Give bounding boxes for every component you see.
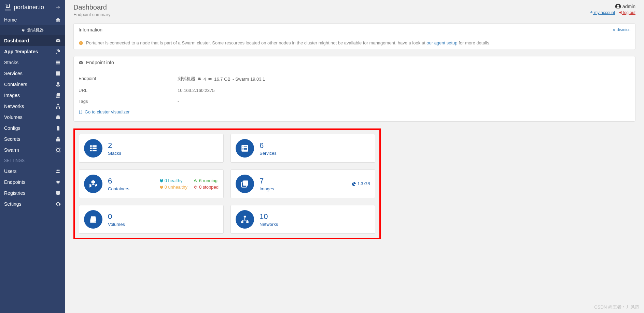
nav-dashboard[interactable]: Dashboard [0, 35, 65, 46]
memory-icon [208, 77, 212, 81]
svg-rect-8 [81, 44, 81, 44]
svg-rect-13 [79, 113, 80, 113]
brand-logo[interactable]: portainer.io [4, 3, 44, 11]
cogs-icon [55, 201, 61, 207]
plug-icon [55, 179, 61, 185]
tachometer-icon [55, 38, 61, 43]
nav-users[interactable]: Users [0, 166, 65, 177]
heartbeat-icon [159, 185, 163, 189]
tile-services[interactable]: 6 Services [230, 134, 375, 163]
page-header: Dashboard Endpoint summary [73, 3, 110, 17]
tile-networks-count: 10 [260, 212, 278, 221]
nav-settings[interactable]: Settings [0, 199, 65, 209]
tile-containers-label: Containers [108, 186, 129, 191]
svg-rect-27 [246, 221, 249, 223]
ep-key-endpoint: Endpoint [79, 76, 178, 82]
endpoint-info-panel: Endpoint info Endpoint 测试机器 4 16.7 GB - … [73, 56, 635, 122]
svg-rect-20 [243, 149, 243, 150]
tile-services-label: Services [260, 151, 277, 156]
tile-images[interactable]: 7 Images 1.3 GB [230, 169, 375, 198]
svg-rect-25 [244, 216, 246, 217]
nav-services[interactable]: Services [0, 68, 65, 79]
dismiss-button[interactable]: dismiss [612, 27, 630, 32]
svg-point-24 [95, 221, 95, 222]
tile-stacks-label: Stacks [108, 151, 121, 156]
nav-endpoints[interactable]: Endpoints [0, 177, 65, 188]
main-content: Dashboard Endpoint summary admin my acco… [65, 0, 644, 313]
home-icon [55, 17, 61, 23]
svg-rect-10 [209, 78, 212, 80]
svg-rect-2 [59, 108, 60, 109]
svg-rect-21 [244, 149, 247, 150]
container-status: 0 healthy 6 running 0 unhealthy 0 stoppe… [159, 178, 219, 190]
ep-val-tags: - [178, 99, 630, 104]
collapse-icon[interactable] [55, 4, 61, 10]
plug-icon [21, 28, 25, 32]
tile-networks[interactable]: 10 Networks [230, 205, 375, 234]
tile-images-count: 7 [260, 177, 274, 186]
tile-volumes[interactable]: 0 Volumes [79, 205, 224, 234]
nav-configs[interactable]: Configs [0, 123, 65, 134]
tile-containers-count: 6 [108, 177, 129, 186]
nav-swarm[interactable]: Swarm [0, 145, 65, 155]
svg-rect-17 [244, 147, 247, 147]
list-alt-icon [55, 71, 61, 76]
object-group-icon [55, 147, 61, 153]
svg-rect-18 [243, 148, 243, 149]
user-name: admin [622, 4, 635, 9]
tile-volumes-count: 0 [108, 212, 125, 221]
database-icon [55, 190, 61, 196]
page-title: Dashboard [73, 3, 110, 11]
hdd-icon [89, 215, 98, 224]
microchip-icon [197, 77, 201, 81]
information-panel: Information dismiss Portainer is connect… [73, 23, 635, 50]
nav-registries[interactable]: Registries [0, 188, 65, 199]
list-icon [55, 60, 61, 65]
sitemap-icon [55, 104, 61, 109]
svg-rect-26 [241, 221, 243, 223]
my-account-link[interactable]: my account [589, 10, 615, 15]
cubes-icon [55, 82, 61, 87]
sidebar: portainer.io Home 测试机器 Dashboard App Tem… [0, 0, 65, 313]
tachometer-icon [79, 60, 83, 65]
list-alt-icon [240, 144, 249, 153]
logout-link[interactable]: log out [618, 10, 635, 15]
nav-containers[interactable]: Containers [0, 79, 65, 90]
lock-icon [55, 136, 61, 142]
cluster-visualizer-link[interactable]: Go to cluster visualizer [79, 109, 630, 114]
nav-app-templates[interactable]: App Templates [0, 46, 65, 57]
nav-endpoint[interactable]: 测试机器 [0, 25, 65, 35]
clone-icon [240, 179, 249, 188]
rocket-icon [55, 49, 61, 54]
nav-home[interactable]: Home [0, 14, 65, 25]
file-icon [55, 125, 61, 131]
nav-volumes[interactable]: Volumes [0, 112, 65, 123]
tile-networks-label: Networks [260, 222, 278, 227]
power-icon [194, 179, 198, 183]
warning-icon [79, 41, 83, 45]
nav-secrets[interactable]: Secrets [0, 134, 65, 145]
svg-rect-14 [82, 113, 82, 113]
nav-networks[interactable]: Networks [0, 101, 65, 112]
tile-stacks[interactable]: 2 Stacks [79, 134, 224, 163]
users-icon [55, 168, 61, 174]
nav-home-label: Home [4, 17, 17, 23]
nav-stacks[interactable]: Stacks [0, 57, 65, 68]
th-list-icon [89, 144, 98, 153]
ep-key-url: URL [79, 88, 178, 93]
nav-images[interactable]: Images [0, 90, 65, 101]
settings-section-label: SETTINGS [0, 155, 65, 166]
svg-rect-7 [81, 42, 81, 43]
user-indicator: admin [587, 3, 635, 10]
user-icon [615, 3, 621, 10]
brand-text: portainer.io [14, 4, 44, 11]
tile-volumes-label: Volumes [108, 222, 125, 227]
endpoint-panel-title: Endpoint info [86, 60, 114, 65]
tile-containers[interactable]: 6 Containers 0 healthy 6 running 0 unhea… [79, 169, 224, 198]
dashboard-tiles: 2 Stacks 6 Services 6 Containers [73, 128, 381, 239]
info-panel-title: Information [79, 27, 102, 32]
agent-setup-link[interactable]: our agent setup [426, 40, 457, 45]
svg-rect-16 [243, 147, 243, 147]
page-subtitle: Endpoint summary [73, 12, 110, 17]
nav-endpoint-label: 测试机器 [27, 27, 44, 33]
